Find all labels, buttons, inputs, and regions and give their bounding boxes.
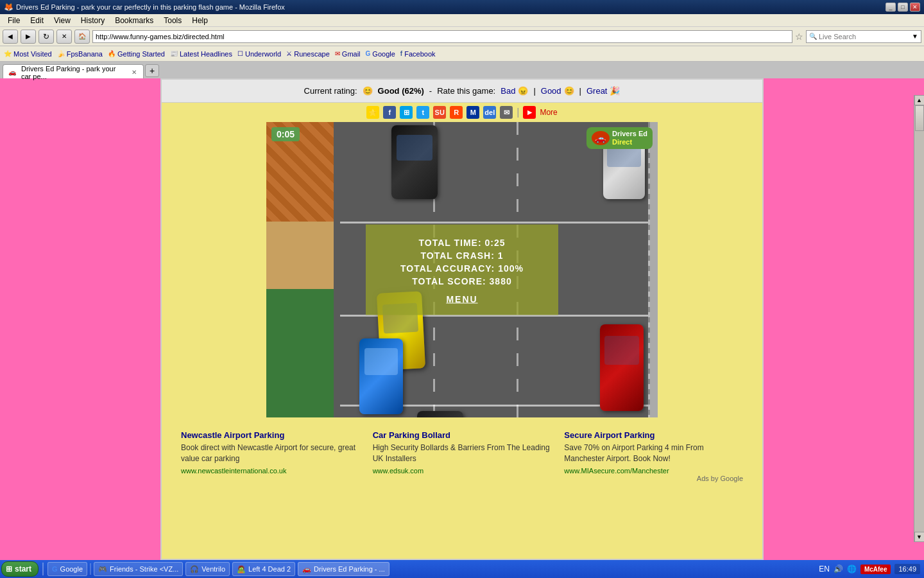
twitter-icon[interactable]: t: [416, 106, 429, 119]
menu-file[interactable]: File: [3, 15, 25, 26]
ads-section: Newcastle Airport Parking Book direct wi…: [162, 424, 762, 495]
favorites-icon[interactable]: ⭐: [366, 106, 379, 119]
great-label: Great: [586, 86, 608, 96]
bad-rating-button[interactable]: Bad 😠: [501, 86, 528, 96]
ad-2-url[interactable]: www.edsuk.com: [373, 467, 552, 475]
ads-by: Ads by Google: [564, 475, 743, 482]
menu-help[interactable]: Help: [187, 15, 213, 26]
myspace-icon[interactable]: M: [466, 106, 479, 119]
taskbar-ventrilo[interactable]: 🎧 Ventrilo: [185, 562, 230, 576]
ad-3-url[interactable]: www.MIAsecure.com/Manchester: [564, 467, 743, 475]
tab-drivers-ed[interactable]: 🚗 Drivers Ed Parking - park your car pe.…: [3, 64, 144, 78]
ad-3-title[interactable]: Secure Airport Parking: [564, 430, 743, 440]
youtube-icon[interactable]: ▶: [523, 106, 536, 119]
ad-1-title[interactable]: Newcastle Airport Parking: [181, 430, 360, 440]
scroll-track[interactable]: [914, 105, 924, 532]
game-area[interactable]: 0:05 🚗 Drivers Ed Direct TOTAL TIME: 0:2…: [162, 122, 762, 424]
bookmark-underworld[interactable]: ☐Underworld: [237, 50, 281, 58]
scroll-down-arrow[interactable]: ▼: [914, 532, 925, 542]
ad-2-body: High Security Bollards & Barriers From T…: [373, 442, 552, 464]
scroll-thumb[interactable]: [915, 105, 924, 131]
tab-label: Drivers Ed Parking - park your car pe...: [21, 65, 126, 80]
email-icon[interactable]: ✉: [500, 106, 513, 119]
home-button[interactable]: 🏠: [74, 30, 90, 44]
windows-icon[interactable]: ⊞: [400, 106, 413, 119]
menu-view[interactable]: View: [49, 15, 76, 26]
back-button[interactable]: ◀: [3, 30, 18, 44]
ad-1-body: Book direct with Newcastle Airport for s…: [181, 442, 360, 464]
taskbar-left4dead[interactable]: 🧟 Left 4 Dead 2: [232, 562, 295, 576]
total-score: TOTAL SCORE: 3880: [379, 276, 545, 286]
more-button[interactable]: More: [540, 108, 557, 117]
bookmark-google[interactable]: GGoogle: [366, 50, 395, 58]
system-clock: 16:49: [894, 564, 920, 574]
car-4: [417, 411, 463, 417]
logo-car-icon: 🚗: [592, 131, 610, 145]
bookmark-facebook[interactable]: fFacebook: [400, 50, 436, 58]
good-label: Good: [541, 86, 561, 96]
start-button[interactable]: ⊞ start: [1, 561, 38, 577]
l4d-icon: 🧟: [237, 565, 246, 574]
window-title: Drivers Ed Parking - park your car perfe…: [16, 3, 886, 11]
stumble-icon[interactable]: SU: [433, 106, 446, 119]
timer-badge: 0:05: [271, 127, 300, 141]
menu-button[interactable]: MENU: [446, 294, 477, 304]
ad-2-title[interactable]: Car Parking Bollard: [373, 430, 552, 440]
volume-icon: 🔊: [834, 565, 843, 574]
total-crash: TOTAL CRASH: 1: [379, 250, 545, 261]
url-input[interactable]: [92, 30, 792, 43]
bookmark-runescape[interactable]: ⚔Runescape: [286, 50, 330, 58]
windows-logo-icon: ⊞: [6, 565, 12, 574]
menu-edit[interactable]: Edit: [25, 15, 49, 26]
scroll-up-arrow[interactable]: ▲: [914, 95, 925, 105]
divider-1: [42, 563, 44, 575]
vertical-scrollbar[interactable]: ▲ ▼: [914, 95, 924, 542]
taskbar-driversed[interactable]: 🚗 Drivers Ed Parking - ...: [298, 562, 389, 576]
game-canvas[interactable]: 0:05 🚗 Drivers Ed Direct TOTAL TIME: 0:2…: [266, 122, 658, 417]
bookmark-most-visited[interactable]: ⭐Most Visited: [4, 50, 52, 58]
rate-label: Rate this game:: [437, 86, 495, 96]
taskbar-friends[interactable]: 🎮 Friends - Strike <VZ...: [94, 562, 183, 576]
search-input[interactable]: [819, 33, 910, 40]
lang-indicator: EN: [819, 565, 830, 574]
browser-content-area: Current rating: 😊 Good (62%) - Rate this…: [0, 78, 924, 560]
good-rating-button[interactable]: Good 😊: [541, 86, 574, 96]
pipe-separator-2: |: [579, 86, 581, 96]
close-button[interactable]: ✕: [910, 3, 920, 12]
ad-3-body: Save 70% on Airport Parking 4 min From M…: [564, 442, 743, 464]
bookmark-gmail[interactable]: ✉Gmail: [335, 50, 361, 58]
smiley-icon: 😊: [363, 86, 373, 96]
facebook-share-icon[interactable]: f: [383, 106, 396, 119]
total-time: TOTAL TIME: 0:25: [379, 238, 545, 248]
minimize-button[interactable]: _: [886, 3, 896, 12]
taskbar-google[interactable]: G Google: [47, 562, 87, 576]
stop-button[interactable]: ✕: [56, 30, 72, 44]
ad-1-url[interactable]: www.newcastleinternational.co.uk: [181, 467, 360, 475]
reddit-icon[interactable]: R: [450, 106, 463, 119]
tab-bar: 🚗 Drivers Ed Parking - park your car pe.…: [0, 62, 924, 78]
delicious-icon[interactable]: del: [483, 106, 496, 119]
menu-tools[interactable]: Tools: [158, 15, 187, 26]
bookmark-latest-headlines[interactable]: 📰Latest Headlines: [170, 50, 232, 58]
car-5: [359, 338, 403, 414]
ventrilo-icon: 🎧: [190, 565, 199, 574]
bookmark-getting-started[interactable]: 🔥Getting Started: [108, 50, 165, 58]
menu-history[interactable]: History: [76, 15, 110, 26]
great-rating-button[interactable]: Great 🎉: [586, 86, 620, 96]
bookmark-fpsBanana[interactable]: 🍌FpsBanana: [57, 50, 103, 58]
tab-close-button[interactable]: ✕: [132, 69, 137, 76]
forward-button[interactable]: ▶: [21, 30, 36, 44]
refresh-button[interactable]: ↻: [38, 30, 54, 44]
menu-bookmarks[interactable]: Bookmarks: [110, 15, 158, 26]
social-bar: ⭐ f ⊞ t SU R M del ✉ | ▶ More: [162, 103, 762, 122]
new-tab-button[interactable]: +: [145, 64, 159, 77]
car-6: [600, 324, 644, 411]
bookmark-star[interactable]: ☆: [795, 31, 803, 42]
bad-label: Bad: [501, 86, 515, 96]
maximize-button[interactable]: □: [898, 3, 908, 12]
content-frame: Current rating: 😊 Good (62%) - Rate this…: [160, 78, 764, 560]
taskbar: ⊞ start G Google 🎮 Friends - Strike <VZ.…: [0, 560, 924, 578]
bad-icon: 😠: [518, 86, 528, 96]
dash-separator: -: [429, 86, 432, 96]
search-provider-icon: 🔍: [809, 33, 817, 40]
